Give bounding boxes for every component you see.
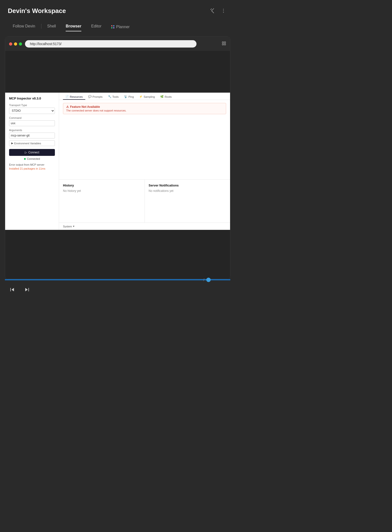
notifications-empty: No notifications yet [149, 189, 226, 193]
traffic-light-yellow[interactable] [14, 42, 17, 46]
command-label: Command [9, 116, 55, 119]
transport-type-select-wrapper: STDIO [9, 108, 55, 114]
browser-dark-space [5, 51, 230, 93]
mcp-left-panel: MCP Inspector v0.3.0 Transport Type STDI… [5, 93, 59, 230]
tab-follow-devin[interactable]: Follow Devin [8, 22, 40, 31]
browser-window: http://localhost:5173/ MCP Inspector v0.… [5, 37, 230, 279]
nav-tabs: Follow Devin Shell Browser Editor Planne… [0, 19, 235, 32]
progress-bar[interactable]: / [5, 279, 230, 280]
tab-editor[interactable]: Editor [86, 22, 106, 31]
mcp-tab-roots[interactable]: 🌿 Roots [158, 94, 174, 100]
svg-rect-4 [224, 42, 226, 43]
browser-titlebar: http://localhost:5173/ [5, 37, 230, 51]
notifications-area: No notifications yet [149, 189, 226, 219]
env-vars-toggle[interactable]: ▶ Environment Variables [9, 140, 55, 146]
progress-fill [5, 279, 230, 280]
error-banner-title: ⚠ Feature Not Available [66, 105, 223, 109]
progress-slash: / [203, 278, 204, 282]
connected-dot [24, 158, 26, 160]
connect-play-icon: ▷ [25, 151, 27, 154]
mcp-tab-tools[interactable]: 🔧 Tools [106, 94, 121, 100]
command-input[interactable] [9, 120, 55, 126]
prev-button[interactable] [8, 285, 17, 294]
svg-rect-3 [222, 42, 223, 43]
svg-point-0 [223, 9, 224, 10]
tab-shell[interactable]: Shell [42, 22, 61, 31]
arguments-input[interactable] [9, 133, 55, 138]
header: Devin's Workspace [0, 0, 235, 19]
mcp-bottom-panels: History No history yet Server Notificati… [59, 179, 230, 223]
svg-marker-10 [25, 288, 28, 291]
playback-controls [0, 280, 235, 299]
right-panel-spacer [59, 117, 230, 179]
svg-point-2 [223, 12, 224, 13]
fullscreen-icon[interactable] [222, 41, 226, 47]
progress-bar-area: / [5, 279, 230, 280]
svg-rect-6 [224, 44, 226, 45]
mcp-notifications-panel: Server Notifications No notifications ye… [145, 180, 230, 223]
vscode-icon[interactable] [209, 7, 217, 15]
svg-marker-8 [12, 288, 14, 291]
next-button[interactable] [23, 285, 31, 294]
header-icons [209, 7, 227, 15]
system-row: System ▾ [59, 223, 230, 230]
mcp-inspector: MCP Inspector v0.3.0 Transport Type STDI… [5, 93, 230, 230]
history-area: No history yet [63, 189, 141, 219]
error-banner-desc: The connected server does not support re… [66, 109, 223, 112]
error-output-text: Installed 21 packages in 11ms [9, 167, 55, 170]
browser-bottom-dark [5, 230, 230, 279]
history-title: History [63, 184, 141, 187]
tab-planner[interactable]: Planner [106, 21, 135, 32]
mcp-tab-prompts[interactable]: 💬 Prompts [86, 94, 105, 100]
mcp-tab-sampling[interactable]: ⚡ Sampling [137, 94, 157, 100]
arguments-label: Arguments [9, 129, 55, 132]
mcp-right-panel: 📄 Resources 💬 Prompts 🔧 Tools 📡 Ping ⚡ [59, 93, 230, 230]
url-bar[interactable]: http://localhost:5173/ [25, 40, 196, 48]
transport-type-label: Transport Type [9, 104, 55, 107]
mcp-right-tabs: 📄 Resources 💬 Prompts 🔧 Tools 📡 Ping ⚡ [59, 93, 230, 100]
workspace-title: Devin's Workspace [8, 7, 66, 15]
connect-button[interactable]: ▷ Connect [9, 149, 55, 156]
error-banner: ⚠ Feature Not Available The connected se… [63, 103, 226, 114]
traffic-light-green[interactable] [19, 42, 22, 46]
notifications-title: Server Notifications [149, 184, 226, 187]
mcp-title: MCP Inspector v0.3.0 [9, 97, 55, 100]
planner-label-group: Planner [111, 25, 130, 29]
mcp-history-panel: History No history yet [59, 180, 145, 223]
connected-status: Connected [9, 157, 55, 160]
mcp-tab-ping[interactable]: 📡 Ping [122, 94, 136, 100]
traffic-light-red[interactable] [9, 42, 12, 46]
more-options-icon[interactable] [220, 7, 227, 15]
progress-thumb[interactable] [206, 278, 211, 282]
mcp-tab-resources[interactable]: 📄 Resources [63, 94, 85, 100]
planner-icon [111, 25, 115, 29]
nav-divider [41, 24, 41, 29]
transport-type-select[interactable]: STDIO [9, 108, 55, 114]
history-empty: No history yet [63, 189, 141, 193]
traffic-lights [9, 42, 22, 46]
svg-point-1 [223, 11, 224, 11]
tab-browser[interactable]: Browser [61, 22, 86, 31]
error-output-label: Error output from MCP server [9, 163, 55, 166]
svg-rect-5 [222, 44, 223, 45]
